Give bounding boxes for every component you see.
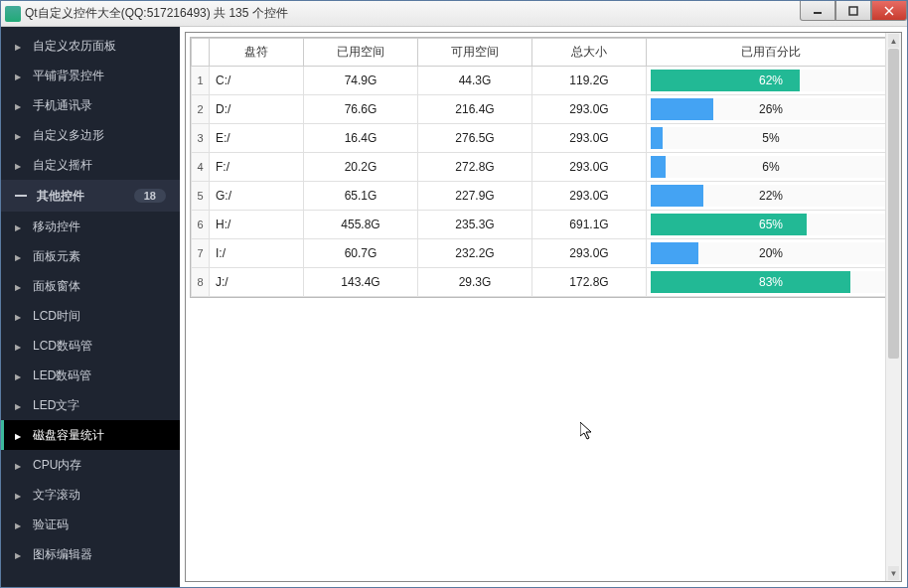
cell-total[interactable]: 119.2G <box>532 67 647 95</box>
progress-label: 6% <box>651 156 891 178</box>
cell-used[interactable]: 74.9G <box>304 67 418 95</box>
header-avail[interactable]: 可用空间 <box>418 39 532 67</box>
cell-percent[interactable]: 6% <box>647 153 896 182</box>
cell-percent[interactable]: 83% <box>647 268 896 297</box>
sidebar-item[interactable]: 面板元素 <box>1 241 180 271</box>
progress-bar: 5% <box>651 127 891 149</box>
maximize-button[interactable] <box>835 1 871 21</box>
minimize-icon <box>813 6 823 16</box>
sidebar-item[interactable]: 移动控件 <box>1 212 180 241</box>
cell-used[interactable]: 76.6G <box>304 95 418 124</box>
sidebar-item[interactable]: 手机通讯录 <box>1 90 180 120</box>
window-buttons <box>800 1 907 21</box>
scroll-up-button[interactable]: ▲ <box>888 34 899 48</box>
cell-avail[interactable]: 227.9G <box>418 182 532 211</box>
sidebar-item[interactable]: 验证码 <box>1 510 180 539</box>
table-row[interactable]: 2D:/76.6G216.4G293.0G26% <box>192 95 896 124</box>
scroll-track[interactable] <box>888 49 899 565</box>
cell-avail[interactable]: 235.3G <box>418 211 532 239</box>
cell-percent[interactable]: 20% <box>647 239 896 268</box>
cell-total[interactable]: 293.0G <box>532 124 647 153</box>
chevron-right-icon <box>15 311 25 322</box>
cell-percent[interactable]: 5% <box>647 124 896 153</box>
table-row[interactable]: 8J:/143.4G29.3G172.8G83% <box>192 268 896 297</box>
sidebar-group-header[interactable]: 其他控件18 <box>1 180 180 212</box>
sidebar-item[interactable]: LED数码管 <box>1 361 180 390</box>
progress-label: 20% <box>651 242 891 264</box>
chevron-right-icon <box>15 430 25 441</box>
cell-percent[interactable]: 62% <box>647 67 896 95</box>
table-row[interactable]: 7I:/60.7G232.2G293.0G20% <box>192 239 896 268</box>
close-button[interactable] <box>871 1 907 21</box>
cell-avail[interactable]: 272.8G <box>418 153 532 182</box>
sidebar-item-label: LED文字 <box>33 397 79 414</box>
cell-avail[interactable]: 29.3G <box>418 268 532 297</box>
table-row[interactable]: 3E:/16.4G276.5G293.0G5% <box>192 124 896 153</box>
progress-bar: 62% <box>651 70 891 91</box>
sidebar-item[interactable]: 面板窗体 <box>1 271 180 301</box>
disk-table-wrap: 盘符 已用空间 可用空间 总大小 已用百分比 1C:/74.9G44.3G119… <box>190 37 897 298</box>
sidebar-item[interactable]: 自定义多边形 <box>1 120 180 150</box>
sidebar-item[interactable]: 平铺背景控件 <box>1 61 180 90</box>
cell-percent[interactable]: 65% <box>647 211 896 239</box>
cell-drive[interactable]: F:/ <box>210 153 304 182</box>
cell-drive[interactable]: D:/ <box>210 95 304 124</box>
header-used[interactable]: 已用空间 <box>304 39 418 67</box>
sidebar-item[interactable]: LED文字 <box>1 390 180 420</box>
titlebar[interactable]: Qt自定义控件大全(QQ:517216493) 共 135 个控件 <box>1 1 907 27</box>
cell-total[interactable]: 293.0G <box>532 239 647 268</box>
chevron-right-icon <box>15 341 25 352</box>
cell-used[interactable]: 455.8G <box>304 211 418 239</box>
sidebar-item-label: 手机通讯录 <box>33 97 92 114</box>
sidebar-item[interactable]: LCD数码管 <box>1 331 180 361</box>
cell-drive[interactable]: C:/ <box>210 67 304 95</box>
scroll-thumb[interactable] <box>888 49 899 359</box>
chevron-right-icon <box>15 490 25 501</box>
cell-total[interactable]: 293.0G <box>532 182 647 211</box>
cell-percent[interactable]: 26% <box>647 95 896 124</box>
cell-drive[interactable]: H:/ <box>210 211 304 239</box>
cell-percent[interactable]: 22% <box>647 182 896 211</box>
sidebar-item-label: LED数码管 <box>33 368 91 384</box>
sidebar-item[interactable]: LCD时间 <box>1 301 180 331</box>
table-row[interactable]: 4F:/20.2G272.8G293.0G6% <box>192 153 896 182</box>
sidebar-item-active[interactable]: 磁盘容量统计 <box>1 420 180 450</box>
table-row[interactable]: 6H:/455.8G235.3G691.1G65% <box>192 211 896 239</box>
cell-total[interactable]: 172.8G <box>532 268 647 297</box>
sidebar-item[interactable]: 图标编辑器 <box>1 539 180 569</box>
sidebar-item-label: 平铺背景控件 <box>33 68 104 84</box>
sidebar[interactable]: 自定义农历面板平铺背景控件手机通讯录自定义多边形自定义摇杆其他控件18移动控件面… <box>1 27 180 587</box>
cell-avail[interactable]: 216.4G <box>418 95 532 124</box>
vertical-scrollbar[interactable]: ▲ ▼ <box>885 33 901 581</box>
cell-avail[interactable]: 232.2G <box>418 239 532 268</box>
sidebar-item-label: 自定义摇杆 <box>33 157 92 174</box>
cell-total[interactable]: 293.0G <box>532 95 647 124</box>
group-label: 其他控件 <box>37 188 84 205</box>
cell-drive[interactable]: I:/ <box>210 239 304 268</box>
cell-used[interactable]: 143.4G <box>304 268 418 297</box>
cell-drive[interactable]: G:/ <box>210 182 304 211</box>
cell-used[interactable]: 16.4G <box>304 124 418 153</box>
table-row[interactable]: 5G:/65.1G227.9G293.0G22% <box>192 182 896 211</box>
cell-avail[interactable]: 44.3G <box>418 67 532 95</box>
cell-total[interactable]: 691.1G <box>532 211 647 239</box>
header-total[interactable]: 总大小 <box>532 39 647 67</box>
cell-used[interactable]: 60.7G <box>304 239 418 268</box>
header-pct[interactable]: 已用百分比 <box>647 39 896 67</box>
table-row[interactable]: 1C:/74.9G44.3G119.2G62% <box>192 67 896 95</box>
sidebar-item[interactable]: CPU内存 <box>1 450 180 480</box>
cell-drive[interactable]: E:/ <box>210 124 304 153</box>
scroll-down-button[interactable]: ▼ <box>888 566 899 580</box>
cell-used[interactable]: 65.1G <box>304 182 418 211</box>
minus-icon <box>15 195 27 197</box>
sidebar-item[interactable]: 自定义农历面板 <box>1 31 180 61</box>
sidebar-item[interactable]: 自定义摇杆 <box>1 150 180 180</box>
minimize-button[interactable] <box>800 1 835 21</box>
cell-drive[interactable]: J:/ <box>210 268 304 297</box>
cell-avail[interactable]: 276.5G <box>418 124 532 153</box>
progress-bar: 26% <box>651 98 891 120</box>
cell-used[interactable]: 20.2G <box>304 153 418 182</box>
sidebar-item[interactable]: 文字滚动 <box>1 480 180 510</box>
header-drive[interactable]: 盘符 <box>210 39 304 67</box>
cell-total[interactable]: 293.0G <box>532 153 647 182</box>
